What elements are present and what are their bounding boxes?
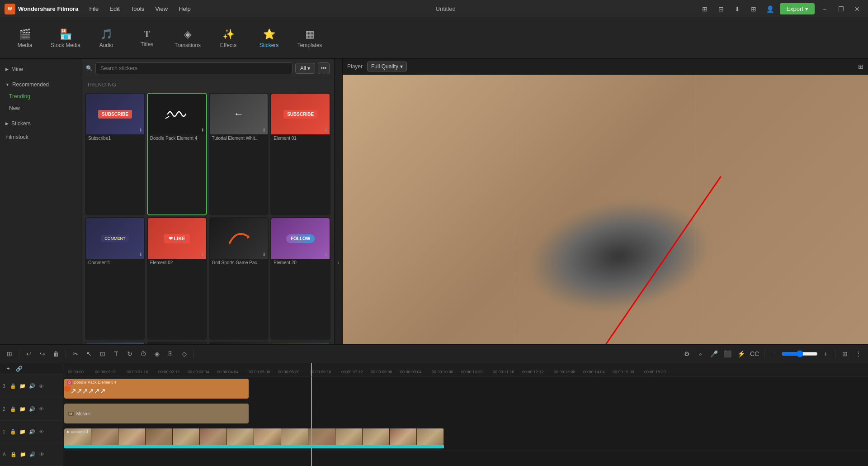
transitions-icon: ◈ bbox=[184, 29, 192, 40]
mosaic-clip[interactable]: M Mosaic bbox=[64, 404, 249, 423]
speed-button[interactable]: ⏱ bbox=[137, 348, 149, 360]
quality-dropdown[interactable]: Full Quality ▾ bbox=[367, 62, 407, 71]
sticker-subscribe1[interactable]: SUBSCRIBE ⬇ Subscribe1 bbox=[85, 93, 145, 215]
track2-lock[interactable]: 🔒 bbox=[9, 405, 17, 413]
track2-audio[interactable]: 🔊 bbox=[28, 405, 36, 413]
sidebar-section-mine-header[interactable]: ▶ Mine bbox=[0, 63, 81, 75]
track4-eye[interactable]: 👁 bbox=[38, 450, 46, 458]
track4-lock[interactable]: 🔒 bbox=[9, 450, 18, 458]
keyframe-button[interactable]: ◇ bbox=[178, 348, 190, 360]
download-icon[interactable]: ⬇ bbox=[262, 128, 266, 133]
download-icon[interactable]: ⬇ bbox=[139, 128, 142, 133]
select-button[interactable]: ↖ bbox=[83, 348, 95, 360]
markers-btn[interactable]: ⬦ bbox=[694, 348, 706, 360]
minimize-button[interactable]: − bbox=[818, 3, 831, 15]
delete-button[interactable]: 🗑 bbox=[50, 348, 62, 360]
icon-btn-grid[interactable]: ⊞ bbox=[747, 3, 760, 15]
tab-stickers[interactable]: ⭐ Stickers bbox=[249, 20, 289, 57]
sidebar-item-trending[interactable]: Trending bbox=[0, 90, 81, 102]
track3-lock[interactable]: 🔒 bbox=[9, 428, 17, 436]
restore-button[interactable]: ❐ bbox=[835, 3, 847, 15]
icon-btn-account[interactable]: 👤 bbox=[764, 3, 776, 15]
download-icon[interactable]: ⬇ bbox=[324, 128, 328, 133]
track3-folder[interactable]: 📁 bbox=[19, 428, 27, 436]
cut-button[interactable]: ✂ bbox=[70, 348, 81, 360]
zoom-out-btn[interactable]: − bbox=[768, 348, 780, 360]
tab-transitions[interactable]: ◈ Transitions bbox=[167, 20, 208, 57]
close-button[interactable]: ✕ bbox=[851, 3, 863, 15]
sticker-golf[interactable]: ⬇ Golf Sports Game Pac... bbox=[209, 217, 269, 340]
timeline-add-track[interactable]: ⊞ bbox=[4, 348, 15, 360]
menu-file[interactable]: File bbox=[87, 5, 100, 13]
split-btn[interactable]: ⚡ bbox=[735, 348, 747, 360]
sidebar-item-new[interactable]: New bbox=[0, 102, 81, 114]
grid-view-btn[interactable]: ⊞ bbox=[839, 348, 851, 360]
menu-tools[interactable]: Tools bbox=[129, 5, 146, 13]
track3-audio[interactable]: 🔊 bbox=[28, 428, 36, 436]
filter-dropdown[interactable]: All ▾ bbox=[295, 63, 315, 74]
mic-btn[interactable]: 🎤 bbox=[708, 348, 720, 360]
tab-audio[interactable]: 🎵 Audio bbox=[86, 20, 127, 57]
track4-audio[interactable]: 🔊 bbox=[28, 450, 37, 458]
track3-eye[interactable]: 👁 bbox=[38, 428, 46, 436]
sticker-element02[interactable]: ❤ LIKE ⬇ Element 02 bbox=[147, 217, 207, 340]
color-button[interactable]: ◈ bbox=[151, 348, 163, 360]
export-frame-btn[interactable]: ⬛ bbox=[722, 348, 733, 360]
track1-audio[interactable]: 🔊 bbox=[28, 382, 36, 390]
export-button[interactable]: Export ▾ bbox=[780, 3, 815, 14]
download-icon[interactable]: ⬇ bbox=[201, 128, 204, 133]
sticker-doodle4[interactable]: ⬇ Doodle Pack Element 4 bbox=[147, 93, 207, 215]
track1-folder[interactable]: 📁 bbox=[19, 382, 27, 390]
subtitle-btn[interactable]: CC bbox=[749, 348, 760, 360]
tab-media[interactable]: 🎬 Media bbox=[5, 20, 45, 57]
undo-button[interactable]: ↩ bbox=[23, 348, 35, 360]
add-track-button[interactable]: + bbox=[4, 364, 13, 373]
sidebar-section-stickers-header[interactable]: ▶ Stickers bbox=[0, 118, 81, 129]
download-icon[interactable]: ⬇ bbox=[262, 252, 266, 257]
menu-help[interactable]: Help bbox=[177, 5, 193, 13]
download-icon[interactable]: ⬇ bbox=[201, 252, 204, 257]
more-timeline-btn[interactable]: ⋮ bbox=[853, 348, 864, 360]
redo-button[interactable]: ↪ bbox=[37, 348, 48, 360]
track2-eye[interactable]: 👁 bbox=[38, 405, 46, 413]
sticker-tutorial-white[interactable]: ← ⬇ Tutorial Element Whit... bbox=[209, 93, 269, 215]
sidebar-item-filmstock[interactable]: Filmstock bbox=[0, 131, 81, 143]
download-icon[interactable]: ⬇ bbox=[324, 252, 328, 257]
search-input[interactable] bbox=[95, 62, 292, 74]
doodle-clip[interactable]: D Doodle Pack Element 4 ↙ ↙ ↙ ↙ ↙ ↙ bbox=[64, 379, 249, 399]
menu-edit[interactable]: Edit bbox=[108, 5, 121, 13]
icon-btn-download[interactable]: ⬇ bbox=[731, 3, 744, 15]
track1-lock[interactable]: 🔒 bbox=[9, 382, 17, 390]
audio-mix-button[interactable]: 🎚 bbox=[165, 348, 176, 360]
link-button[interactable]: 🔗 bbox=[14, 364, 24, 373]
more-options-button[interactable]: ••• bbox=[318, 62, 330, 74]
tab-titles[interactable]: T Titles bbox=[127, 20, 167, 57]
sticker-element01[interactable]: SUBSCRIBE ⬇ Element 01 bbox=[270, 93, 330, 215]
sticker-element20[interactable]: FOLLOW ⬇ Element 20 bbox=[270, 217, 330, 340]
download-icon[interactable]: ⬇ bbox=[139, 252, 142, 257]
track1-eye[interactable]: 👁 bbox=[38, 382, 46, 390]
window-title: Untitled bbox=[193, 5, 699, 12]
player-label: Player bbox=[347, 63, 363, 70]
track-lane-4 bbox=[63, 451, 868, 466]
text-tool-button[interactable]: T bbox=[110, 348, 122, 360]
menu-view[interactable]: View bbox=[153, 5, 170, 13]
stock-media-icon: 🏪 bbox=[60, 29, 72, 40]
sticker-comment1[interactable]: COMMENT ⬇ Comment1 bbox=[85, 217, 145, 340]
tab-effects[interactable]: ✨ Effects bbox=[208, 20, 249, 57]
track4-folder[interactable]: 📁 bbox=[19, 450, 27, 458]
icon-btn-screen1[interactable]: ⊞ bbox=[698, 3, 711, 15]
zoom-in-btn[interactable]: + bbox=[820, 348, 831, 360]
crop-tool-button[interactable]: ⊡ bbox=[97, 348, 108, 360]
layout-icon[interactable]: ⊞ bbox=[858, 63, 863, 70]
track2-folder[interactable]: 📁 bbox=[19, 405, 27, 413]
teal-audio-bar bbox=[64, 445, 444, 448]
rotate-button[interactable]: ↻ bbox=[124, 348, 136, 360]
effects-panel-btn[interactable]: ⚙ bbox=[681, 348, 693, 360]
zoom-slider[interactable] bbox=[782, 350, 818, 357]
icon-btn-screen2[interactable]: ⊟ bbox=[715, 3, 727, 15]
tab-templates[interactable]: ▦ Templates bbox=[289, 20, 330, 57]
tab-stock-media[interactable]: 🏪 Stock Media bbox=[45, 20, 86, 57]
sidebar-section-recommended-header[interactable]: ▼ Recommended bbox=[0, 79, 81, 90]
sticker-comment1-thumb: COMMENT ⬇ bbox=[86, 218, 144, 259]
